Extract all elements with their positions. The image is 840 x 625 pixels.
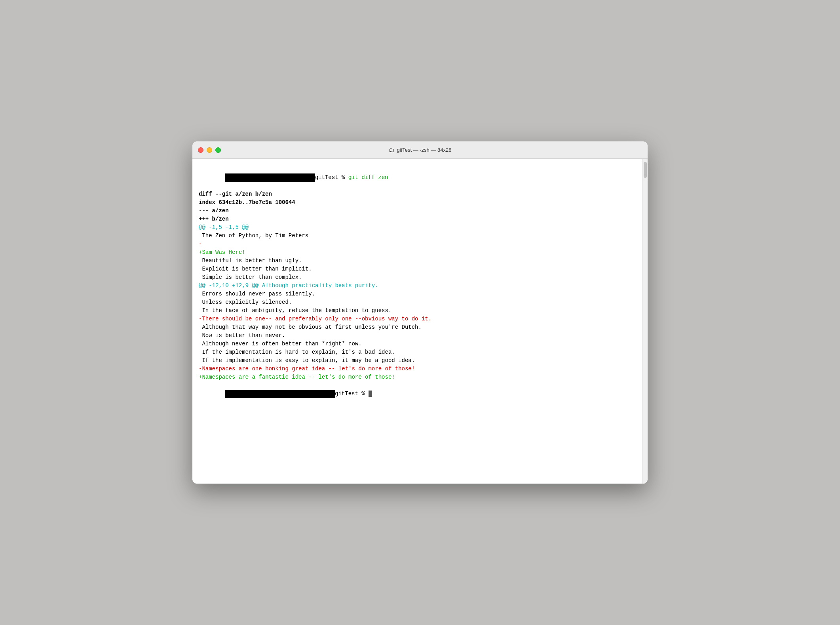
terminal-body[interactable]: gitTest % git diff zen diff --git a/zen … — [192, 159, 648, 484]
terminal-window: 🗂 gitTest — -zsh — 84x28 gitTest % git d… — [192, 141, 648, 484]
maximize-button[interactable] — [215, 147, 221, 153]
removed-line-2: -There should be one-- and preferably on… — [199, 315, 638, 323]
prompt-host: gitTest % — [315, 174, 348, 181]
context-line-2: Beautiful is better than ugly. — [199, 257, 638, 265]
hunk-header-2: @@ -12,10 +12,9 @@ Although practicality… — [199, 282, 638, 290]
removed-line-3: -Namespaces are one honking great idea -… — [199, 365, 638, 373]
command-text: git diff zen — [348, 174, 388, 181]
context-line-6: Unless explicitly silenced. — [199, 298, 638, 307]
context-line-8: Although that way may not be obvious at … — [199, 323, 638, 332]
added-line-1: +Sam Was Here! — [199, 248, 638, 257]
context-line-9: Now is better than never. — [199, 332, 638, 340]
hunk-header-1: @@ -1,5 +1,5 @@ — [199, 223, 638, 232]
command-line: gitTest % git diff zen — [199, 165, 638, 190]
window-title-text: gitTest — -zsh — 84x28 — [397, 147, 452, 153]
scrollbar[interactable] — [642, 159, 648, 484]
window-title: 🗂 gitTest — -zsh — 84x28 — [389, 147, 452, 153]
context-line-3: Explicit is better than implicit. — [199, 265, 638, 273]
context-line-11: If the implementation is hard to explain… — [199, 348, 638, 356]
context-line-10: Although never is often better than *rig… — [199, 340, 638, 348]
context-line-5: Errors should never pass silently. — [199, 290, 638, 298]
final-prompt-line: gitTest % — [199, 381, 638, 406]
close-button[interactable] — [198, 147, 203, 153]
titlebar: 🗂 gitTest — -zsh — 84x28 — [192, 141, 648, 159]
scrollbar-thumb[interactable] — [644, 162, 647, 178]
context-line-7: In the face of ambiguity, refuse the tem… — [199, 307, 638, 315]
context-line-1: The Zen of Python, by Tim Peters — [199, 232, 638, 240]
cursor — [369, 391, 372, 397]
folder-icon: 🗂 — [389, 147, 395, 153]
removed-line-1: - — [199, 240, 638, 248]
context-line-4: Simple is better than complex. — [199, 273, 638, 282]
diff-line-2: index 634c12b..7be7c5a 100644 — [199, 198, 638, 207]
diff-line-3: --- a/zen — [199, 207, 638, 215]
added-line-2: +Namespaces are a fantastic idea -- let'… — [199, 373, 638, 381]
prompt-host-2: gitTest % — [335, 391, 368, 397]
diff-line-1: diff --git a/zen b/zen — [199, 190, 638, 198]
traffic-lights — [198, 147, 221, 153]
minimize-button[interactable] — [207, 147, 212, 153]
terminal-content: gitTest % git diff zen diff --git a/zen … — [199, 165, 638, 477]
prompt-redacted — [225, 173, 315, 182]
context-line-12: If the implementation is easy to explain… — [199, 356, 638, 365]
diff-line-4: +++ b/zen — [199, 215, 638, 223]
prompt-redacted-2 — [225, 390, 335, 398]
